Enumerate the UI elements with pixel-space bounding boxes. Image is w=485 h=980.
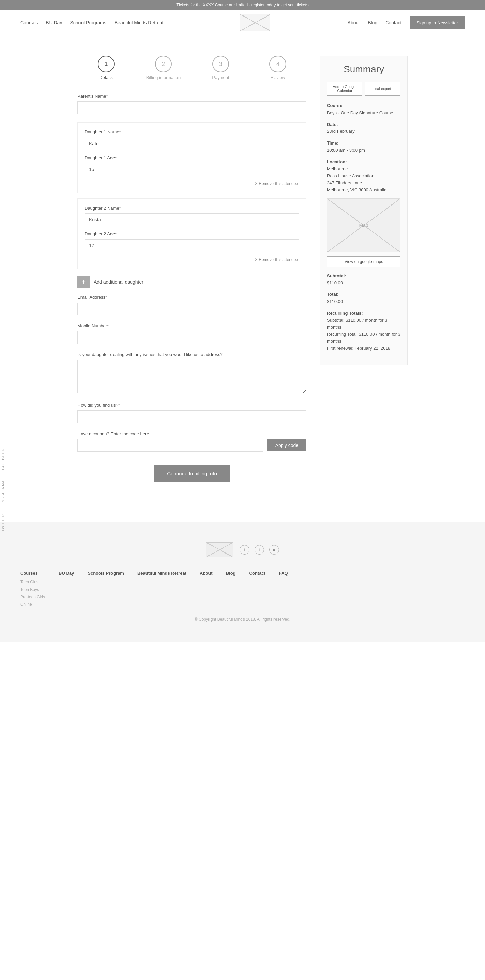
recurring-title: Recurring Totals: xyxy=(327,310,401,317)
newsletter-button[interactable]: Sign up to Newsletter xyxy=(410,16,465,29)
recurring-subtotal: Subtotal: $110.00 / month for 3 months xyxy=(327,317,401,331)
total-label: Total: xyxy=(327,291,401,298)
nav-contact[interactable]: Contact xyxy=(385,20,401,25)
footer-schools-title: Schools Program xyxy=(87,571,124,576)
footer-col-faq: FAQ xyxy=(279,571,288,607)
view-on-google-maps-button[interactable]: View on google maps xyxy=(327,256,401,267)
nav-about[interactable]: About xyxy=(348,20,360,25)
step-1-circle: 1 xyxy=(98,56,114,72)
first-renewal: First renewal: February 22, 2018 xyxy=(327,345,401,352)
sidebar-item-instagram[interactable]: INSTAGRAM xyxy=(0,478,6,505)
footer: f t ● Courses Teen Girls Teen Boys Pre-t… xyxy=(0,522,485,642)
facebook-icon[interactable]: f xyxy=(240,545,249,555)
find-us-label: How did you find us?* xyxy=(78,402,307,407)
subtotal-label: Subtotal: xyxy=(327,272,401,280)
summary-date: Date: 23rd February xyxy=(327,121,401,135)
footer-link-teen-boys[interactable]: Teen Boys xyxy=(20,587,45,592)
daughter-2-name-label: Daughter 2 Name* xyxy=(84,205,299,210)
time-value: 10:00 am - 3:00 pm xyxy=(327,147,401,154)
step-1-label: Details xyxy=(99,75,113,80)
plus-icon: + xyxy=(78,276,90,288)
remove-daughter-1[interactable]: X Remove this attendee xyxy=(84,181,299,186)
location-line3: 247 Flinders Lane xyxy=(327,180,401,187)
sidebar-item-facebook[interactable]: FACEBOOK xyxy=(0,446,6,472)
continue-button[interactable]: Continue to billing info xyxy=(154,465,231,482)
issues-textarea[interactable] xyxy=(78,360,307,393)
daughter-2-name-group: Daughter 2 Name* xyxy=(84,205,299,226)
step-4-circle: 4 xyxy=(269,56,286,72)
step-4-label: Review xyxy=(271,75,285,80)
find-us-input[interactable] xyxy=(78,410,307,423)
summary-time: Time: 10:00 am - 3:00 pm xyxy=(327,140,401,154)
nav-school-programs[interactable]: School Programs xyxy=(70,20,106,25)
nav-bu-day[interactable]: BU Day xyxy=(46,20,62,25)
continue-btn-wrap: Continue to billing info xyxy=(78,465,307,482)
subtotal-value: $110.00 xyxy=(327,280,401,287)
footer-faq-title: FAQ xyxy=(279,571,288,576)
parent-name-label: Parent's Name* xyxy=(78,94,307,99)
date-value: 23rd February xyxy=(327,128,401,135)
daughter-2-name-input[interactable] xyxy=(84,213,299,226)
footer-blog-title: Blog xyxy=(226,571,236,576)
parent-name-input[interactable] xyxy=(78,102,307,114)
footer-link-pre-teen-girls[interactable]: Pre-teen Girls xyxy=(20,595,45,599)
register-link[interactable]: register today xyxy=(251,3,276,7)
summary-location: Location: Melbourne Ross House Associati… xyxy=(327,159,401,194)
mobile-group: Mobile Number* xyxy=(78,323,307,344)
form-section: 1 Details 2 Billing information 3 Paymen… xyxy=(78,56,307,502)
email-label: Email Address* xyxy=(78,295,307,300)
footer-link-online[interactable]: Online xyxy=(20,602,45,607)
footer-contact-title: Contact xyxy=(249,571,266,576)
mobile-label: Mobile Number* xyxy=(78,323,307,328)
footer-copyright: © Copyright Beautiful Minds 2018. All ri… xyxy=(20,617,465,622)
location-label: Location: xyxy=(327,159,401,166)
daughter-2-age-input[interactable] xyxy=(84,239,299,252)
summary-panel: Summary Add to Google Calendar ical expo… xyxy=(320,56,407,365)
step-2-circle: 2 xyxy=(155,56,172,72)
mobile-input[interactable] xyxy=(78,331,307,344)
footer-col-blog: Blog xyxy=(226,571,236,607)
daughter-1-block: Daughter 1 Name* Daughter 1 Age* X Remov… xyxy=(78,122,307,193)
remove-daughter-2[interactable]: X Remove this attendee xyxy=(84,258,299,262)
footer-logo-social-row: f t ● xyxy=(20,542,465,557)
course-label: Course: xyxy=(327,102,401,110)
navbar: Courses BU Day School Programs Beautiful… xyxy=(0,10,485,35)
banner-text-after: to get your tickets xyxy=(275,3,308,7)
coupon-input[interactable] xyxy=(78,439,263,452)
map-placeholder: Map xyxy=(327,199,401,252)
daughter-1-age-input[interactable] xyxy=(84,163,299,176)
instagram-icon[interactable]: ● xyxy=(269,545,279,555)
daughter-1-name-input[interactable] xyxy=(84,137,299,150)
sidebar-divider-2 xyxy=(3,505,3,512)
step-3: 3 Payment xyxy=(192,56,249,80)
footer-retreat-title: Beautiful Minds Retreat xyxy=(137,571,186,576)
apply-code-button[interactable]: Apply code xyxy=(267,439,307,452)
daughter-1-age-group: Daughter 1 Age* xyxy=(84,155,299,176)
sidebar-item-twitter[interactable]: TWITTER xyxy=(0,512,6,533)
summary-recurring: Recurring Totals: Subtotal: $110.00 / mo… xyxy=(327,310,401,352)
recurring-total: Recurring Total: $110.00 / month for 3 m… xyxy=(327,331,401,345)
summary-total: Total: $110.00 xyxy=(327,291,401,305)
find-us-group: How did you find us?* xyxy=(78,402,307,423)
ical-export-button[interactable]: ical export xyxy=(365,81,401,95)
daughter-2-age-label: Daughter 2 Age* xyxy=(84,231,299,237)
footer-logo xyxy=(206,542,233,557)
twitter-icon[interactable]: t xyxy=(254,545,264,555)
parent-name-group: Parent's Name* xyxy=(78,94,307,114)
nav-blog[interactable]: Blog xyxy=(368,20,377,25)
footer-link-teen-girls[interactable]: Teen Girls xyxy=(20,580,45,584)
add-daughter-button[interactable]: + Add additional daughter xyxy=(78,276,307,288)
nav-right-links: About Blog Contact Sign up to Newsletter xyxy=(348,16,465,29)
date-label: Date: xyxy=(327,121,401,128)
add-to-calendar-button[interactable]: Add to Google Calendar xyxy=(327,81,363,95)
step-2: 2 Billing information xyxy=(135,56,192,80)
nav-retreat[interactable]: Beautiful Minds Retreat xyxy=(114,20,164,25)
coupon-group: Have a coupon? Enter the code here Apply… xyxy=(78,431,307,452)
issues-group: Is your daughter dealing with any issues… xyxy=(78,352,307,395)
map-label: Map xyxy=(359,223,368,228)
step-3-circle: 3 xyxy=(212,56,229,72)
step-4: 4 Review xyxy=(249,56,307,80)
nav-courses[interactable]: Courses xyxy=(20,20,38,25)
footer-bu-day-title: BU Day xyxy=(59,571,74,576)
email-input[interactable] xyxy=(78,302,307,315)
